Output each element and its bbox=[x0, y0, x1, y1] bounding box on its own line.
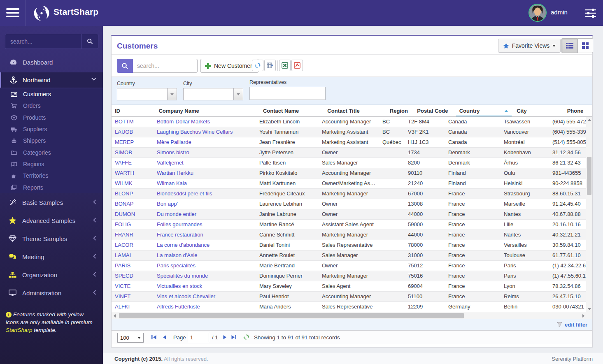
company-name-link[interactable]: La corne d'abondance bbox=[154, 240, 256, 250]
horizontal-scrollbar[interactable] bbox=[112, 312, 592, 319]
company-name-link[interactable]: Laughing Bacchus Wine Cellars bbox=[154, 127, 256, 137]
company-name-link[interactable]: Wartian Herkku bbox=[154, 168, 256, 178]
brand-logo-swirl-icon[interactable] bbox=[33, 5, 50, 22]
table-row[interactable]: SIMOBSimons bistroJytte PetersenOwner173… bbox=[112, 148, 592, 158]
column-header-contact-name[interactable]: Contact Name bbox=[260, 105, 322, 116]
customer-id-link[interactable]: VINET bbox=[112, 292, 154, 301]
company-name-link[interactable]: Mère Paillarde bbox=[154, 137, 256, 147]
customer-id-link[interactable]: BONAP bbox=[112, 199, 154, 209]
company-name-link[interactable]: France restauration bbox=[154, 230, 256, 240]
customer-id-link[interactable]: LACOR bbox=[112, 240, 154, 250]
sidebar-search-input[interactable] bbox=[5, 34, 81, 49]
sidebar-search-button[interactable] bbox=[81, 34, 98, 49]
company-name-link[interactable]: Wilman Kala bbox=[154, 179, 256, 188]
sidebar-item-reports[interactable]: Reports bbox=[0, 181, 103, 193]
customer-id-link[interactable]: FOLIG bbox=[112, 220, 154, 230]
scroll-left-arrow[interactable] bbox=[112, 312, 118, 319]
first-page-button[interactable] bbox=[150, 334, 158, 341]
sidebar-item-categories[interactable]: Categories bbox=[0, 146, 103, 158]
column-header-city[interactable]: City bbox=[513, 105, 562, 116]
table-row[interactable]: DUMONDu monde entierJanine LabruneOwner4… bbox=[112, 209, 592, 220]
customer-id-link[interactable]: FRANR bbox=[112, 230, 154, 240]
column-header-region[interactable]: Region bbox=[386, 105, 412, 116]
country-filter-select[interactable] bbox=[117, 88, 177, 100]
company-name-link[interactable]: Bon app' bbox=[154, 199, 256, 209]
customer-id-link[interactable]: WILMK bbox=[112, 179, 154, 188]
table-row[interactable]: SPECDSpécialités du mondeDominique Perri… bbox=[112, 271, 592, 281]
favorite-views-button[interactable]: Favorite Views bbox=[498, 39, 561, 53]
customer-id-link[interactable]: BOTTM bbox=[112, 117, 154, 127]
customer-id-link[interactable]: ALFKI bbox=[112, 302, 154, 312]
column-header-contact-title[interactable]: Contact Title bbox=[324, 105, 384, 116]
company-name-link[interactable]: Paris spécialités bbox=[154, 261, 256, 271]
table-row[interactable]: FRANRFrance restaurationCarine SchmittMa… bbox=[112, 230, 592, 240]
customer-id-link[interactable]: DUMON bbox=[112, 209, 154, 219]
table-row[interactable]: WILMKWilman KalaMatti KarttunenOwner/Mar… bbox=[112, 179, 592, 189]
customer-id-link[interactable]: VAFFE bbox=[112, 158, 154, 168]
edit-filter-link[interactable]: edit filter bbox=[565, 322, 587, 328]
vertical-scrollbar[interactable] bbox=[586, 117, 592, 312]
customer-id-link[interactable]: LAMAI bbox=[112, 250, 154, 260]
table-row[interactable]: WARTHWartian HerkkuPirkko KoskitaloAccou… bbox=[112, 168, 592, 179]
representatives-filter-input[interactable] bbox=[249, 87, 326, 100]
vertical-scroll-thumb[interactable] bbox=[587, 157, 591, 195]
table-row[interactable]: LACORLa corne d'abondanceDaniel ToniniSa… bbox=[112, 240, 592, 250]
company-name-link[interactable]: Bottom-Dollar Markets bbox=[154, 117, 256, 127]
company-name-link[interactable]: Vaffeljernet bbox=[154, 158, 256, 168]
sidebar-item-products[interactable]: Products bbox=[0, 112, 103, 123]
table-row[interactable]: PARISParis spécialitésMarie BertrandOwne… bbox=[112, 261, 592, 271]
city-filter-select[interactable] bbox=[183, 88, 243, 100]
previous-page-button[interactable] bbox=[161, 334, 168, 341]
company-name-link[interactable]: Folies gourmandes bbox=[154, 220, 256, 230]
next-page-button[interactable] bbox=[221, 334, 228, 341]
table-row[interactable]: LAUGBLaughing Bacchus Wine CellarsYoshi … bbox=[112, 127, 592, 137]
company-name-link[interactable]: Victuailles en stock bbox=[154, 281, 256, 291]
card-view-button[interactable] bbox=[577, 38, 594, 53]
company-name-link[interactable]: La maison d'Asie bbox=[154, 250, 256, 260]
company-name-link[interactable]: Blondesddsl père et fils bbox=[154, 189, 256, 199]
sidebar-item-regions[interactable]: Regions bbox=[0, 158, 103, 170]
sidebar-item-suppliers[interactable]: Suppliers bbox=[0, 123, 103, 135]
table-row[interactable]: VICTEVictuailles en stockMary SaveleySal… bbox=[112, 281, 592, 292]
company-name-link[interactable]: Spécialités du monde bbox=[154, 271, 256, 281]
search-icon[interactable] bbox=[117, 59, 133, 73]
refresh-button[interactable] bbox=[252, 60, 263, 71]
username-label[interactable]: admin bbox=[551, 9, 568, 16]
last-page-button[interactable] bbox=[230, 334, 237, 341]
sidebar-item-dashboard[interactable]: Dashboard bbox=[0, 55, 103, 70]
customer-id-link[interactable]: PARIS bbox=[112, 261, 154, 271]
column-header-postal-code[interactable]: Postal Code bbox=[414, 105, 454, 116]
customer-id-link[interactable]: SIMOB bbox=[112, 148, 154, 158]
sidebar-item-customers[interactable]: Customers bbox=[0, 88, 103, 100]
page-number-input[interactable] bbox=[188, 333, 209, 342]
column-header-id[interactable]: ID bbox=[112, 105, 154, 116]
column-picker-button[interactable] bbox=[264, 60, 276, 71]
company-name-link[interactable]: Vins et alcools Chevalier bbox=[154, 292, 256, 301]
grid-search-input[interactable] bbox=[133, 59, 198, 73]
table-row[interactable]: BLONPBlondesddsl père et filsFrédérique … bbox=[112, 189, 592, 199]
settings-sliders-icon[interactable] bbox=[584, 8, 597, 18]
table-row[interactable]: BONAPBon app'Laurence LebihanOwner13008F… bbox=[112, 199, 592, 209]
company-name-link[interactable]: Du monde entier bbox=[154, 209, 256, 219]
table-row[interactable]: LAMAILa maison d'AsieAnnette RouletSales… bbox=[112, 250, 592, 261]
column-header-phone[interactable]: Phone bbox=[564, 105, 592, 116]
company-name-link[interactable]: Alfreds Futterkiste bbox=[154, 302, 256, 312]
scroll-down-arrow[interactable] bbox=[586, 306, 592, 312]
table-row[interactable]: BOTTMBottom-Dollar MarketsElizabeth Linc… bbox=[112, 117, 592, 127]
sidebar-item-northwind[interactable]: Northwind bbox=[0, 72, 103, 88]
horizontal-scroll-thumb[interactable] bbox=[119, 313, 464, 318]
scroll-up-arrow[interactable] bbox=[586, 117, 592, 123]
page-size-select[interactable]: 100 bbox=[117, 333, 144, 343]
customer-id-link[interactable]: LAUGB bbox=[112, 127, 154, 137]
table-row[interactable]: FOLIGFolies gourmandesMartine RancéAssis… bbox=[112, 220, 592, 230]
export-excel-button[interactable] bbox=[279, 60, 291, 71]
table-row[interactable]: VAFFEVaffeljernetPalle IbsenSales Manage… bbox=[112, 158, 592, 168]
sidebar-item-theme-samples[interactable]: Theme Samples bbox=[0, 230, 103, 248]
sidebar-item-organization[interactable]: Organization bbox=[0, 266, 103, 284]
export-pdf-button[interactable] bbox=[291, 60, 303, 71]
customer-id-link[interactable]: SPECD bbox=[112, 271, 154, 281]
customer-id-link[interactable]: VICTE bbox=[112, 281, 154, 291]
column-header-country[interactable]: Country bbox=[456, 105, 512, 116]
hamburger-menu-icon[interactable] bbox=[6, 8, 19, 18]
customer-id-link[interactable]: BLONP bbox=[112, 189, 154, 199]
